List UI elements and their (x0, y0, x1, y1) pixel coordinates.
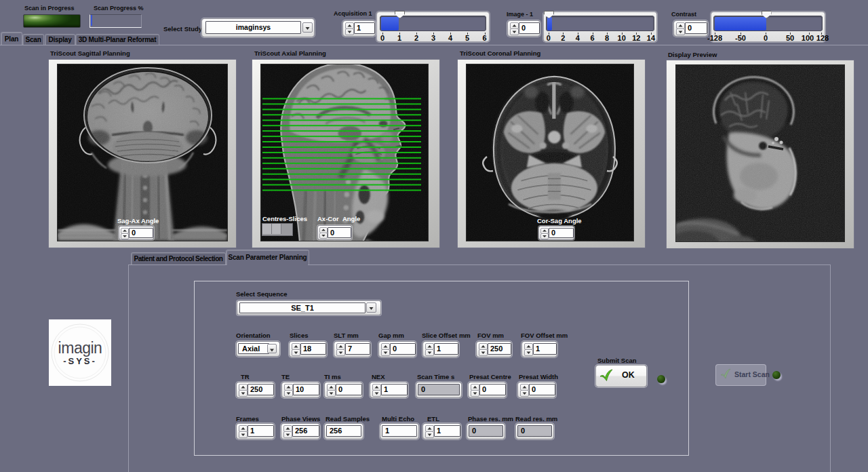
svg-text:-SYS-: -SYS- (63, 356, 97, 366)
svg-text:imagin: imagin (58, 339, 102, 357)
